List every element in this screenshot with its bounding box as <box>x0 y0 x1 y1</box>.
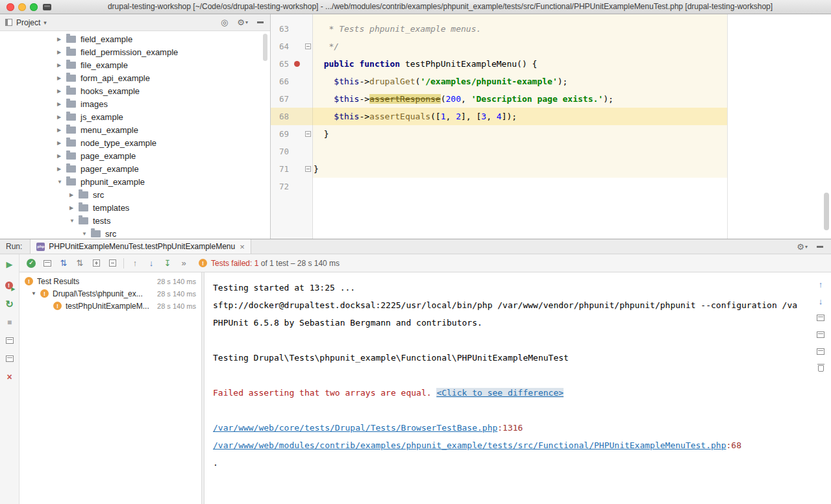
test-item-duration: 28 s 140 ms <box>157 302 201 310</box>
export-results-icon[interactable] <box>817 330 825 340</box>
up-arrow-icon[interactable]: ↑ <box>819 279 823 289</box>
folder-icon <box>91 230 101 237</box>
project-tree-item[interactable]: ▶menu_example <box>0 123 270 136</box>
code-token: '/examples/phpunit-example' <box>420 77 557 86</box>
project-tree-item[interactable]: ▶form_api_example <box>0 71 270 84</box>
chevron-right-icon[interactable]: ▶ <box>57 49 66 55</box>
chevron-right-icon[interactable]: ▶ <box>57 166 66 172</box>
next-failed-test-icon[interactable]: ↓ <box>146 258 156 269</box>
project-tree-item[interactable]: ▼phpunit_example <box>0 175 270 188</box>
project-tree-item[interactable]: ▶images <box>0 97 270 110</box>
console-link[interactable]: <Click to see difference> <box>436 388 564 398</box>
hide-panel-icon[interactable] <box>257 21 264 23</box>
chevron-right-icon[interactable]: ▶ <box>57 153 66 159</box>
project-tree-item[interactable]: ▼src <box>0 227 270 239</box>
project-tree-item[interactable]: ▶file_example <box>0 58 270 71</box>
chevron-right-icon[interactable]: ▶ <box>69 205 79 211</box>
project-tree-item[interactable]: ▶js_example <box>0 110 270 123</box>
chevron-right-icon[interactable]: ▶ <box>57 127 66 133</box>
console-line: PHPUnit 6.5.8 by Sebastian Bergmann and … <box>213 314 831 331</box>
chevron-right-icon[interactable]: ▶ <box>57 101 66 107</box>
rerun-tests-icon[interactable]: ▶ <box>3 257 17 271</box>
project-tree-item[interactable]: ▶src <box>0 188 270 201</box>
gear-icon[interactable]: ⚙ <box>237 18 245 27</box>
console-link[interactable]: /var/www/web/modules/contrib/examples/ph… <box>213 440 726 450</box>
failed-test-gutter-icon[interactable] <box>294 61 300 67</box>
chevron-right-icon[interactable]: ▶ <box>57 36 66 42</box>
close-window-button[interactable] <box>6 3 14 11</box>
collapse-all-icon[interactable] <box>107 258 118 269</box>
project-tree-item[interactable]: ▶node_type_example <box>0 136 270 149</box>
project-tree-item[interactable]: ▶pager_example <box>0 162 270 175</box>
project-tree-item[interactable]: ▶templates <box>0 201 270 214</box>
console-link[interactable]: /var/www/web/core/tests/Drupal/Tests/Bro… <box>213 423 497 433</box>
sort-by-duration-icon[interactable]: ⇅ <box>75 258 85 269</box>
code-line[interactable] <box>314 178 831 195</box>
code-line[interactable]: public function testPhpUnitExampleMenu()… <box>314 55 831 73</box>
code-line[interactable]: * Tests phpunit_example menus. <box>314 20 831 38</box>
test-tree-item[interactable]: !Test Results28 s 140 ms <box>19 275 201 287</box>
fold-marker-icon[interactable] <box>305 131 311 137</box>
project-tree-item[interactable]: ▼tests <box>0 214 270 227</box>
folder-icon <box>66 139 76 147</box>
console-text: Testing started at 13:25 ... <box>213 283 355 293</box>
expand-all-icon[interactable] <box>91 258 101 269</box>
zoom-window-button[interactable] <box>30 3 38 11</box>
code-line[interactable]: $this->assertResponse(200, 'Description … <box>314 90 831 108</box>
project-scrollbar[interactable] <box>263 34 267 61</box>
hide-run-panel-icon[interactable] <box>817 246 823 248</box>
sort-alphabetically-icon[interactable]: ⇅ <box>58 258 69 269</box>
line-number: 66 <box>271 73 289 90</box>
code-lines[interactable]: * Tests phpunit_example menus. */ public… <box>314 20 831 195</box>
chevron-down-icon[interactable]: ▾ <box>43 19 47 26</box>
fold-marker-icon[interactable] <box>305 43 311 49</box>
gear-icon[interactable]: ⚙ <box>797 243 804 251</box>
previous-failed-test-icon[interactable]: ↑ <box>130 258 140 269</box>
chevron-right-icon[interactable]: ▶ <box>57 140 66 146</box>
test-tree-item[interactable]: ▼!Drupal\Tests\phpunit_ex...28 s 140 ms <box>19 287 201 300</box>
stop-icon[interactable]: ■ <box>3 315 17 330</box>
toolbar-overflow-icon[interactable]: » <box>179 258 189 269</box>
run-tab[interactable]: php PHPUnitExampleMenuTest.testPhpUnitEx… <box>30 239 251 254</box>
down-arrow-icon[interactable]: ↓ <box>819 296 823 306</box>
code-line[interactable] <box>314 143 831 160</box>
project-tree-item[interactable]: ▶field_example <box>0 32 270 45</box>
code-line[interactable]: } <box>314 125 831 143</box>
chevron-right-icon[interactable]: ▶ <box>57 88 66 94</box>
project-tree-item[interactable]: ▶hooks_example <box>0 84 270 97</box>
chevron-down-icon[interactable]: ▼ <box>31 291 40 296</box>
jump-to-source-icon[interactable] <box>817 313 825 323</box>
import-test-results-icon[interactable]: ↧ <box>162 258 173 269</box>
hide-passed-icon[interactable]: ✓ <box>26 258 36 269</box>
code-line[interactable]: } <box>314 160 831 178</box>
fold-marker-icon[interactable] <box>305 166 311 172</box>
chevron-right-icon[interactable]: ▶ <box>69 192 79 198</box>
restore-layout-icon[interactable] <box>3 333 17 348</box>
locate-file-icon[interactable]: ◎ <box>221 18 228 27</box>
chevron-down-icon[interactable]: ▼ <box>69 218 79 224</box>
chevron-right-icon[interactable]: ▶ <box>57 114 66 120</box>
show-ignored-icon[interactable] <box>42 258 53 269</box>
chevron-right-icon[interactable]: ▶ <box>57 75 66 81</box>
rerun-failed-tests-icon[interactable]: ! ▶ <box>3 279 17 293</box>
minimize-window-button[interactable] <box>18 3 26 11</box>
project-tree-item[interactable]: ▶page_example <box>0 149 270 162</box>
toggle-auto-test-icon[interactable]: ↻ <box>3 297 17 311</box>
close-tab-icon[interactable]: × <box>240 243 245 251</box>
chevron-down-icon[interactable]: ▼ <box>82 231 91 237</box>
test-tree-item[interactable]: !testPhpUnitExampleM...28 s 140 ms <box>19 300 201 312</box>
project-panel-title[interactable]: Project <box>16 18 40 27</box>
pin-tab-icon[interactable] <box>3 352 17 366</box>
editor-scrollbar[interactable] <box>824 193 829 230</box>
tree-item-label: page_example <box>81 151 136 161</box>
code-line[interactable]: $this->drupalGet('/examples/phpunit-exam… <box>314 73 831 90</box>
chevron-down-icon[interactable]: ▼ <box>57 179 66 185</box>
code-line[interactable]: $this->assertEquals([1, 2], [3, 4]); <box>314 108 831 125</box>
code-editor[interactable]: 63646566676869707172 * Tests phpunit_exa… <box>271 14 831 239</box>
project-tree-item[interactable]: ▶field_permission_example <box>0 45 270 58</box>
chevron-right-icon[interactable]: ▶ <box>57 62 66 68</box>
clear-console-icon[interactable] <box>818 363 824 374</box>
close-run-panel-icon[interactable]: × <box>3 370 17 384</box>
history-icon[interactable] <box>817 346 825 357</box>
code-line[interactable]: */ <box>314 38 831 55</box>
